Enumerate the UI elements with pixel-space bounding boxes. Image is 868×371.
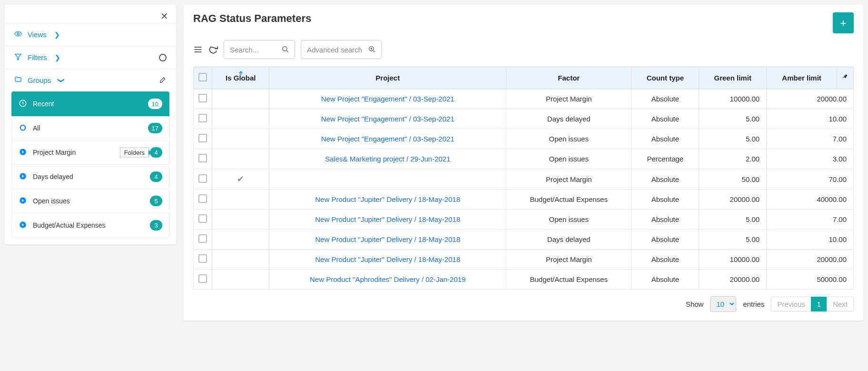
sidebar-item-recent[interactable]: Recent10 [11, 91, 169, 116]
col-project[interactable]: Project [269, 67, 506, 89]
sidebar-item-days-delayed[interactable]: Days delayed4 [11, 165, 169, 189]
circle-o-icon [19, 123, 27, 133]
sidebar-item-count: 10 [148, 99, 162, 109]
add-button[interactable]: ＋ [833, 12, 854, 33]
sidebar-item-budget-actual-expenses[interactable]: Budget/Actual Expenses3 [11, 213, 169, 238]
project-link[interactable]: New Product "Jupiter" Delivery / 18-May-… [315, 215, 460, 223]
cell-count-type: Absolute [631, 270, 699, 290]
cell-amber-limit: 7.00 [767, 210, 854, 230]
filter-icon [14, 53, 22, 62]
row-checkbox[interactable] [198, 214, 207, 223]
cell-green-limit: 20000.00 [699, 270, 767, 290]
edit-groups-icon[interactable] [159, 76, 167, 85]
sidebar-groups[interactable]: Groups ❯ [5, 69, 176, 91]
sidebar-item-project-margin[interactable]: Project MarginFolders4 [11, 140, 169, 165]
table-row[interactable]: New Project "Engagement" / 03-Sep-2021Op… [194, 129, 854, 149]
sidebar-item-count: 4 [150, 147, 162, 158]
col-count-type[interactable]: Count type [631, 67, 699, 89]
cell-is-global [212, 129, 269, 149]
advanced-search-box[interactable] [301, 40, 382, 59]
table-row[interactable]: New Product "Aphrodites" Delivery / 02-J… [194, 270, 854, 290]
menu-icon[interactable] [193, 45, 203, 54]
row-checkbox[interactable] [198, 94, 207, 102]
pagination: Show 10 entries Previous 1 Next [193, 296, 854, 312]
project-link[interactable]: New Product "Jupiter" Delivery / 18-May-… [315, 195, 460, 203]
row-checkbox[interactable] [198, 174, 207, 183]
project-link[interactable]: New Project "Engagement" / 03-Sep-2021 [321, 95, 454, 103]
plus-icon: ＋ [838, 16, 848, 30]
search-input[interactable] [230, 46, 277, 54]
row-checkbox[interactable] [198, 134, 207, 142]
sidebar-item-all[interactable]: All17 [11, 116, 169, 140]
table-row[interactable]: New Project "Engagement" / 03-Sep-2021Pr… [194, 89, 854, 109]
filter-toggle-icon[interactable] [159, 54, 167, 61]
col-select-all[interactable] [194, 67, 212, 89]
row-checkbox[interactable] [198, 114, 207, 122]
cell-project: Sales& Marketing project / 29-Jun-2021 [269, 149, 506, 169]
folder-icon [14, 76, 22, 85]
cell-amber-limit: 3.00 [767, 149, 854, 169]
close-sidebar-button[interactable]: ✕ [5, 8, 176, 23]
cell-project [269, 169, 506, 190]
table-row[interactable]: New Project "Engagement" / 03-Sep-2021Da… [194, 109, 854, 129]
cell-is-global [212, 109, 269, 129]
table-row[interactable]: ✔Project MarginAbsolute50.0070.00 [194, 169, 854, 190]
cell-project: New Product "Jupiter" Delivery / 18-May-… [269, 190, 506, 210]
svg-marker-1 [15, 54, 21, 60]
cell-is-global [212, 230, 269, 250]
table-row[interactable]: New Product "Jupiter" Delivery / 18-May-… [194, 210, 854, 230]
cell-factor: Open issues [506, 129, 631, 149]
search-box[interactable] [224, 40, 295, 59]
col-green-limit[interactable]: Green limit [699, 67, 767, 89]
row-checkbox[interactable] [198, 274, 207, 283]
project-link[interactable]: New Project "Engagement" / 03-Sep-2021 [321, 135, 454, 143]
sidebar-item-label: All [33, 124, 40, 132]
page-size-select[interactable]: 10 [710, 296, 736, 312]
cell-factor: Open issues [506, 210, 631, 230]
sidebar-filters-label: Filters [28, 53, 47, 61]
cell-factor: Open issues [506, 149, 631, 169]
cell-count-type: Absolute [631, 169, 699, 190]
svg-point-11 [283, 46, 287, 50]
cell-factor: Days delayed [506, 230, 631, 250]
pager-page-1[interactable]: 1 [811, 297, 827, 311]
sidebar-views[interactable]: Views ❯ [5, 23, 176, 46]
cell-is-global [212, 190, 269, 210]
col-pin[interactable] [837, 67, 854, 89]
row-checkbox[interactable] [198, 234, 207, 243]
project-link[interactable]: New Project "Engagement" / 03-Sep-2021 [321, 115, 454, 123]
cell-factor: Budget/Actual Expenses [506, 190, 631, 210]
rag-table: Is Global Project Factor Count type Gree… [193, 67, 854, 290]
table-row[interactable]: New Product "Jupiter" Delivery / 18-May-… [194, 250, 854, 270]
search-icon [281, 45, 289, 54]
advanced-search-input[interactable] [307, 46, 364, 54]
cell-project: New Product "Jupiter" Delivery / 18-May-… [269, 250, 506, 270]
pager-prev[interactable]: Previous [771, 297, 811, 311]
col-factor[interactable]: Factor [506, 67, 631, 89]
cell-count-type: Absolute [631, 210, 699, 230]
table-row[interactable]: New Product "Jupiter" Delivery / 18-May-… [194, 190, 854, 210]
table-row[interactable]: Sales& Marketing project / 29-Jun-2021Op… [194, 149, 854, 169]
cell-green-limit: 5.00 [699, 210, 767, 230]
cell-count-type: Percentage [631, 149, 699, 169]
sidebar-filters[interactable]: Filters ❯ [5, 46, 176, 69]
row-checkbox[interactable] [198, 154, 207, 162]
cell-project: New Project "Engagement" / 03-Sep-2021 [269, 129, 506, 149]
col-is-global[interactable]: Is Global [212, 67, 269, 89]
col-amber-limit[interactable]: Amber limit [767, 67, 837, 89]
row-checkbox[interactable] [198, 254, 207, 263]
project-link[interactable]: New Product "Jupiter" Delivery / 18-May-… [315, 235, 460, 243]
cell-count-type: Absolute [631, 129, 699, 149]
cell-is-global [212, 210, 269, 230]
table-row[interactable]: New Product "Jupiter" Delivery / 18-May-… [194, 230, 854, 250]
project-link[interactable]: New Product "Jupiter" Delivery / 18-May-… [315, 255, 460, 263]
refresh-icon[interactable] [208, 45, 218, 54]
project-link[interactable]: New Product "Aphrodites" Delivery / 02-J… [310, 275, 465, 283]
sidebar-item-open-issues[interactable]: Open issues5 [11, 189, 169, 213]
row-checkbox[interactable] [198, 194, 207, 203]
pager-next[interactable]: Next [827, 297, 854, 311]
cell-amber-limit: 40000.00 [767, 190, 854, 210]
project-link[interactable]: Sales& Marketing project / 29-Jun-2021 [325, 155, 450, 163]
cell-amber-limit: 20000.00 [767, 89, 854, 109]
svg-point-0 [17, 33, 19, 35]
